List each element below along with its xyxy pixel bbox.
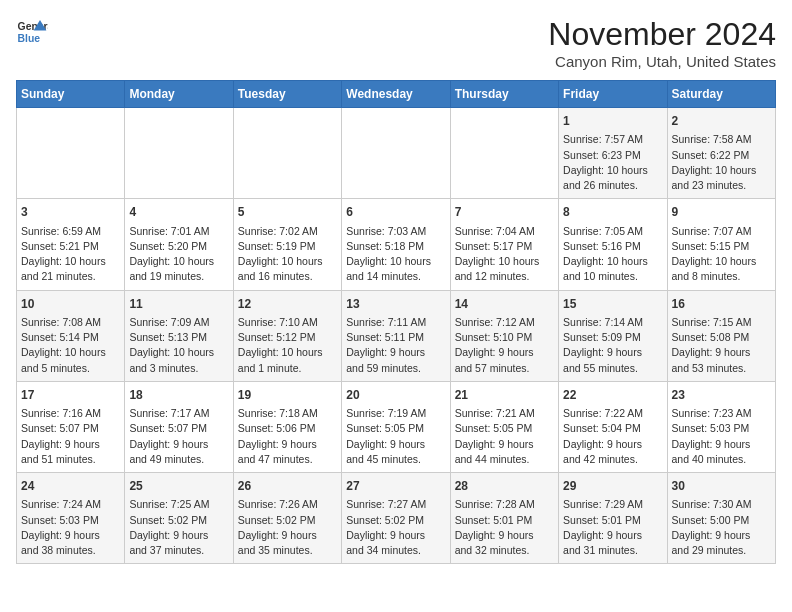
day-number: 12 xyxy=(238,296,337,313)
calendar-cell: 7Sunrise: 7:04 AM Sunset: 5:17 PM Daylig… xyxy=(450,199,558,290)
weekday-header-friday: Friday xyxy=(559,81,667,108)
logo: General Blue xyxy=(16,16,48,48)
calendar-cell: 27Sunrise: 7:27 AM Sunset: 5:02 PM Dayli… xyxy=(342,473,450,564)
day-number: 19 xyxy=(238,387,337,404)
weekday-header-wednesday: Wednesday xyxy=(342,81,450,108)
calendar-cell: 15Sunrise: 7:14 AM Sunset: 5:09 PM Dayli… xyxy=(559,290,667,381)
day-content: Sunrise: 7:17 AM Sunset: 5:07 PM Dayligh… xyxy=(129,406,228,467)
calendar-cell: 29Sunrise: 7:29 AM Sunset: 5:01 PM Dayli… xyxy=(559,473,667,564)
calendar-cell xyxy=(450,108,558,199)
day-number: 16 xyxy=(672,296,771,313)
day-content: Sunrise: 7:22 AM Sunset: 5:04 PM Dayligh… xyxy=(563,406,662,467)
day-number: 29 xyxy=(563,478,662,495)
day-content: Sunrise: 7:01 AM Sunset: 5:20 PM Dayligh… xyxy=(129,224,228,285)
day-number: 25 xyxy=(129,478,228,495)
calendar-cell: 11Sunrise: 7:09 AM Sunset: 5:13 PM Dayli… xyxy=(125,290,233,381)
calendar-cell: 6Sunrise: 7:03 AM Sunset: 5:18 PM Daylig… xyxy=(342,199,450,290)
page-header: General Blue November 2024 Canyon Rim, U… xyxy=(16,16,776,70)
day-number: 30 xyxy=(672,478,771,495)
day-content: Sunrise: 7:08 AM Sunset: 5:14 PM Dayligh… xyxy=(21,315,120,376)
day-content: Sunrise: 7:11 AM Sunset: 5:11 PM Dayligh… xyxy=(346,315,445,376)
calendar-cell: 21Sunrise: 7:21 AM Sunset: 5:05 PM Dayli… xyxy=(450,381,558,472)
day-content: Sunrise: 7:21 AM Sunset: 5:05 PM Dayligh… xyxy=(455,406,554,467)
calendar-cell: 14Sunrise: 7:12 AM Sunset: 5:10 PM Dayli… xyxy=(450,290,558,381)
calendar-cell: 9Sunrise: 7:07 AM Sunset: 5:15 PM Daylig… xyxy=(667,199,775,290)
day-number: 17 xyxy=(21,387,120,404)
calendar-cell: 25Sunrise: 7:25 AM Sunset: 5:02 PM Dayli… xyxy=(125,473,233,564)
logo-icon: General Blue xyxy=(16,16,48,48)
day-number: 13 xyxy=(346,296,445,313)
day-content: Sunrise: 7:12 AM Sunset: 5:10 PM Dayligh… xyxy=(455,315,554,376)
calendar-cell: 17Sunrise: 7:16 AM Sunset: 5:07 PM Dayli… xyxy=(17,381,125,472)
calendar-cell: 19Sunrise: 7:18 AM Sunset: 5:06 PM Dayli… xyxy=(233,381,341,472)
calendar-cell: 23Sunrise: 7:23 AM Sunset: 5:03 PM Dayli… xyxy=(667,381,775,472)
day-content: Sunrise: 7:05 AM Sunset: 5:16 PM Dayligh… xyxy=(563,224,662,285)
day-number: 10 xyxy=(21,296,120,313)
calendar-week-4: 17Sunrise: 7:16 AM Sunset: 5:07 PM Dayli… xyxy=(17,381,776,472)
day-content: Sunrise: 7:02 AM Sunset: 5:19 PM Dayligh… xyxy=(238,224,337,285)
day-content: Sunrise: 7:26 AM Sunset: 5:02 PM Dayligh… xyxy=(238,497,337,558)
day-content: Sunrise: 7:23 AM Sunset: 5:03 PM Dayligh… xyxy=(672,406,771,467)
day-content: Sunrise: 7:09 AM Sunset: 5:13 PM Dayligh… xyxy=(129,315,228,376)
day-number: 11 xyxy=(129,296,228,313)
svg-text:Blue: Blue xyxy=(18,33,41,44)
calendar-cell: 4Sunrise: 7:01 AM Sunset: 5:20 PM Daylig… xyxy=(125,199,233,290)
calendar-cell: 26Sunrise: 7:26 AM Sunset: 5:02 PM Dayli… xyxy=(233,473,341,564)
day-number: 1 xyxy=(563,113,662,130)
calendar-cell: 10Sunrise: 7:08 AM Sunset: 5:14 PM Dayli… xyxy=(17,290,125,381)
day-content: Sunrise: 7:03 AM Sunset: 5:18 PM Dayligh… xyxy=(346,224,445,285)
day-content: Sunrise: 7:57 AM Sunset: 6:23 PM Dayligh… xyxy=(563,132,662,193)
calendar-cell: 22Sunrise: 7:22 AM Sunset: 5:04 PM Dayli… xyxy=(559,381,667,472)
title-section: November 2024 Canyon Rim, Utah, United S… xyxy=(548,16,776,70)
day-content: Sunrise: 7:29 AM Sunset: 5:01 PM Dayligh… xyxy=(563,497,662,558)
calendar-cell: 1Sunrise: 7:57 AM Sunset: 6:23 PM Daylig… xyxy=(559,108,667,199)
calendar-cell: 28Sunrise: 7:28 AM Sunset: 5:01 PM Dayli… xyxy=(450,473,558,564)
calendar-cell: 2Sunrise: 7:58 AM Sunset: 6:22 PM Daylig… xyxy=(667,108,775,199)
weekday-header-monday: Monday xyxy=(125,81,233,108)
day-number: 7 xyxy=(455,204,554,221)
location-title: Canyon Rim, Utah, United States xyxy=(548,53,776,70)
day-content: Sunrise: 7:15 AM Sunset: 5:08 PM Dayligh… xyxy=(672,315,771,376)
day-number: 28 xyxy=(455,478,554,495)
weekday-header-saturday: Saturday xyxy=(667,81,775,108)
day-content: Sunrise: 7:24 AM Sunset: 5:03 PM Dayligh… xyxy=(21,497,120,558)
calendar-cell: 24Sunrise: 7:24 AM Sunset: 5:03 PM Dayli… xyxy=(17,473,125,564)
day-content: Sunrise: 7:10 AM Sunset: 5:12 PM Dayligh… xyxy=(238,315,337,376)
calendar-week-2: 3Sunrise: 6:59 AM Sunset: 5:21 PM Daylig… xyxy=(17,199,776,290)
day-number: 3 xyxy=(21,204,120,221)
calendar-cell: 30Sunrise: 7:30 AM Sunset: 5:00 PM Dayli… xyxy=(667,473,775,564)
calendar-cell: 5Sunrise: 7:02 AM Sunset: 5:19 PM Daylig… xyxy=(233,199,341,290)
calendar-cell xyxy=(342,108,450,199)
calendar-cell: 8Sunrise: 7:05 AM Sunset: 5:16 PM Daylig… xyxy=(559,199,667,290)
day-content: Sunrise: 7:07 AM Sunset: 5:15 PM Dayligh… xyxy=(672,224,771,285)
calendar-week-3: 10Sunrise: 7:08 AM Sunset: 5:14 PM Dayli… xyxy=(17,290,776,381)
calendar-cell xyxy=(125,108,233,199)
weekday-header-tuesday: Tuesday xyxy=(233,81,341,108)
day-number: 4 xyxy=(129,204,228,221)
day-number: 23 xyxy=(672,387,771,404)
calendar-week-5: 24Sunrise: 7:24 AM Sunset: 5:03 PM Dayli… xyxy=(17,473,776,564)
day-number: 26 xyxy=(238,478,337,495)
day-content: Sunrise: 7:30 AM Sunset: 5:00 PM Dayligh… xyxy=(672,497,771,558)
day-number: 24 xyxy=(21,478,120,495)
day-content: Sunrise: 7:25 AM Sunset: 5:02 PM Dayligh… xyxy=(129,497,228,558)
calendar-cell: 13Sunrise: 7:11 AM Sunset: 5:11 PM Dayli… xyxy=(342,290,450,381)
calendar-cell: 18Sunrise: 7:17 AM Sunset: 5:07 PM Dayli… xyxy=(125,381,233,472)
day-number: 18 xyxy=(129,387,228,404)
calendar-cell: 12Sunrise: 7:10 AM Sunset: 5:12 PM Dayli… xyxy=(233,290,341,381)
day-number: 2 xyxy=(672,113,771,130)
weekday-header-thursday: Thursday xyxy=(450,81,558,108)
calendar-table: SundayMondayTuesdayWednesdayThursdayFrid… xyxy=(16,80,776,564)
day-content: Sunrise: 6:59 AM Sunset: 5:21 PM Dayligh… xyxy=(21,224,120,285)
day-number: 15 xyxy=(563,296,662,313)
day-number: 6 xyxy=(346,204,445,221)
day-content: Sunrise: 7:18 AM Sunset: 5:06 PM Dayligh… xyxy=(238,406,337,467)
day-number: 21 xyxy=(455,387,554,404)
day-content: Sunrise: 7:19 AM Sunset: 5:05 PM Dayligh… xyxy=(346,406,445,467)
calendar-cell: 16Sunrise: 7:15 AM Sunset: 5:08 PM Dayli… xyxy=(667,290,775,381)
calendar-cell xyxy=(233,108,341,199)
day-number: 14 xyxy=(455,296,554,313)
day-number: 9 xyxy=(672,204,771,221)
day-number: 8 xyxy=(563,204,662,221)
day-number: 22 xyxy=(563,387,662,404)
